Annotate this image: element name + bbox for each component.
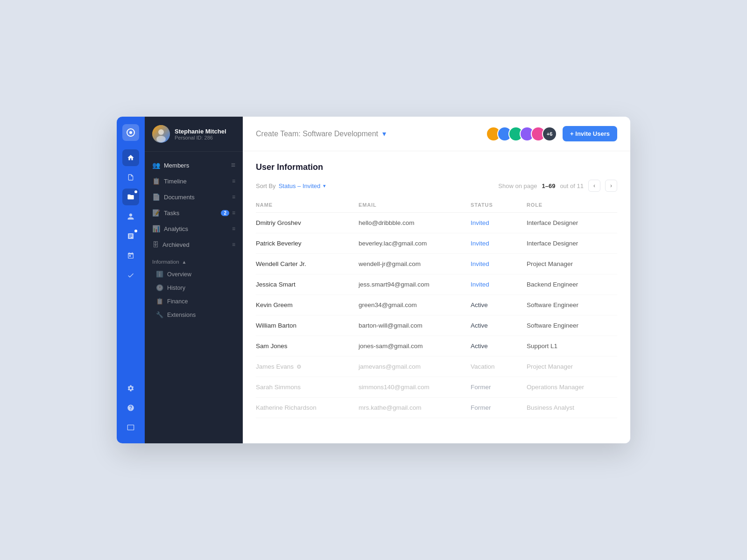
cell-role: Interface Designer <box>527 213 617 233</box>
cell-role: Interface Designer <box>527 233 617 254</box>
cell-email: green34@gmail.com <box>359 295 471 315</box>
table-header: NAME EMAIL STATUS ROLE <box>256 199 617 213</box>
tasks-label: Tasks <box>164 210 179 217</box>
cell-status: Invited <box>471 213 527 233</box>
nav-icon-documents[interactable] <box>122 169 139 186</box>
table-row[interactable]: William Barton barton-will@gmail.com Act… <box>256 315 617 336</box>
sort-caret-icon[interactable]: ▾ <box>323 183 326 189</box>
invite-users-button[interactable]: + Invite Users <box>563 126 617 141</box>
sidebar-item-timeline[interactable]: 📋 Timeline ≡ <box>145 173 243 189</box>
sort-label: Sort By <box>256 182 276 189</box>
cell-status: Active <box>471 295 527 315</box>
sidebar-item-archived[interactable]: 🗄 Archieved ≡ <box>145 237 243 252</box>
cell-name: Patrick Beverley <box>256 233 359 254</box>
table-row[interactable]: Sam Jones jones-sam@gmail.com Active Sup… <box>256 336 617 357</box>
nav-icon-help[interactable] <box>122 399 139 416</box>
sidebar-item-extensions[interactable]: 🔧 Extensions <box>145 308 243 322</box>
cell-name: Wendell Carter Jr. <box>256 254 359 274</box>
documents-label: Documents <box>164 194 195 201</box>
nav-icon-folder[interactable] <box>122 189 139 205</box>
cell-role: Project Manager <box>527 254 617 274</box>
cell-email: wendell-jr@gmail.com <box>359 254 471 274</box>
table-title: User Information <box>256 162 617 172</box>
nav-icon-reports[interactable] <box>122 228 139 245</box>
nav-icon-screen[interactable] <box>122 419 139 436</box>
members-label: Members <box>164 162 189 169</box>
col-name: NAME <box>256 199 359 213</box>
cell-status: Active <box>471 336 527 357</box>
user-info: Stephanie Mitchel Personal ID: 286 <box>175 128 226 140</box>
team-name-caret[interactable]: ▾ <box>382 130 386 138</box>
nav-icon-checkmark[interactable] <box>122 267 139 284</box>
tasks-badge: 2 <box>221 210 229 216</box>
nav-icon-home[interactable] <box>122 149 139 166</box>
sidebar-item-documents[interactable]: 📄 Documents ≡ <box>145 189 243 205</box>
sidebar-item-finance[interactable]: 📋 Finance <box>145 294 243 308</box>
nav-icon-calendar[interactable] <box>122 247 139 264</box>
team-name[interactable]: Software Development <box>303 130 378 138</box>
cell-email: jones-sam@gmail.com <box>359 336 471 357</box>
name-status-icon: ⚙ <box>296 364 302 370</box>
cell-name: James Evans⚙ <box>256 357 359 377</box>
col-email: EMAIL <box>359 199 471 213</box>
sidebar-item-members[interactable]: 👥 Members ≡ <box>145 157 243 173</box>
pagination-show-label: Show on page <box>498 182 537 189</box>
nav-icon-settings[interactable] <box>122 380 139 397</box>
sidebar-nav: 👥 Members ≡ 📋 Timeline ≡ 📄 Documents ≡ <box>145 152 243 443</box>
user-table: NAME EMAIL STATUS ROLE Dmitriy Groshev h… <box>256 199 617 418</box>
table-controls: Sort By Status – Invited ▾ Show on page … <box>256 180 617 192</box>
pagination-prev-button[interactable]: ‹ <box>588 180 600 192</box>
sidebar-item-overview[interactable]: ℹ️ Overview <box>145 267 243 281</box>
sidebar-user-profile[interactable]: Stephanie Mitchel Personal ID: 286 <box>145 117 243 152</box>
main-content: Create Team: Software Development ▾ +6 +… <box>243 117 630 443</box>
table-row[interactable]: Kevin Greem green34@gmail.com Active Sof… <box>256 295 617 315</box>
table-row[interactable]: Patrick Beverley beverley.lac@gmail.com … <box>256 233 617 254</box>
create-team-heading: Create Team: Software Development ▾ <box>256 129 386 138</box>
cell-status: Invited <box>471 274 527 295</box>
svg-point-3 <box>158 129 164 135</box>
table-row[interactable]: Wendell Carter Jr. wendell-jr@gmail.com … <box>256 254 617 274</box>
timeline-label: Timeline <box>164 178 187 185</box>
table-row[interactable]: Dmitriy Groshev hello@dribbble.com Invit… <box>256 213 617 233</box>
table-row[interactable]: Sarah Simmons simmons140@gmail.com Forme… <box>256 377 617 398</box>
sidebar-item-history[interactable]: 🕐 History <box>145 281 243 294</box>
pagination-info: Show on page 1–69 out of 11 ‹ › <box>498 180 617 192</box>
sidebar: Stephanie Mitchel Personal ID: 286 👥 Mem… <box>145 117 243 443</box>
table-row[interactable]: James Evans⚙ jamevans@gmail.com Vacation… <box>256 357 617 377</box>
app-logo[interactable] <box>122 124 139 141</box>
extensions-label: Extensions <box>167 312 196 318</box>
finance-label: Finance <box>167 298 188 305</box>
cell-role: Backend Engineer <box>527 274 617 295</box>
user-name: Stephanie Mitchel <box>175 128 226 135</box>
cell-name: Dmitriy Groshev <box>256 213 359 233</box>
cell-name: Sam Jones <box>256 336 359 357</box>
table-area: User Information Sort By Status – Invite… <box>243 151 630 443</box>
information-section: Information ▲ ℹ️ Overview 🕐 History 📋 Fi… <box>145 252 243 323</box>
cell-email: jess.smart94@gmail.com <box>359 274 471 295</box>
cell-role: Operations Manager <box>527 377 617 398</box>
pagination-range: 1–69 <box>542 182 555 189</box>
cell-status: Invited <box>471 233 527 254</box>
pagination-next-button[interactable]: › <box>605 180 617 192</box>
sidebar-item-tasks[interactable]: 📝 Tasks 2 ≡ <box>145 205 243 221</box>
table-body: Dmitriy Groshev hello@dribbble.com Invit… <box>256 213 617 418</box>
pagination-total: out of 11 <box>560 182 584 189</box>
cell-status: Invited <box>471 254 527 274</box>
table-row[interactable]: Jessica Smart jess.smart94@gmail.com Inv… <box>256 274 617 295</box>
avatar <box>152 125 170 143</box>
svg-point-4 <box>156 136 166 142</box>
cell-name: Katherine Richardson <box>256 398 359 418</box>
analytics-label: Analytics <box>164 225 188 232</box>
archived-label: Archieved <box>162 241 190 248</box>
svg-point-1 <box>129 131 132 134</box>
table-row[interactable]: Katherine Richardson mrs.kathe@gmail.com… <box>256 398 617 418</box>
information-header[interactable]: Information ▲ <box>145 256 243 267</box>
create-team-label: Create Team: <box>256 130 301 138</box>
nav-icon-users[interactable] <box>122 208 139 225</box>
cell-status: Active <box>471 315 527 336</box>
history-label: History <box>167 285 185 291</box>
user-id: Personal ID: 286 <box>175 135 226 140</box>
sort-by-control[interactable]: Sort By Status – Invited ▾ <box>256 182 326 189</box>
cell-email: simmons140@gmail.com <box>359 377 471 398</box>
sidebar-item-analytics[interactable]: 📊 Analytics ≡ <box>145 221 243 237</box>
